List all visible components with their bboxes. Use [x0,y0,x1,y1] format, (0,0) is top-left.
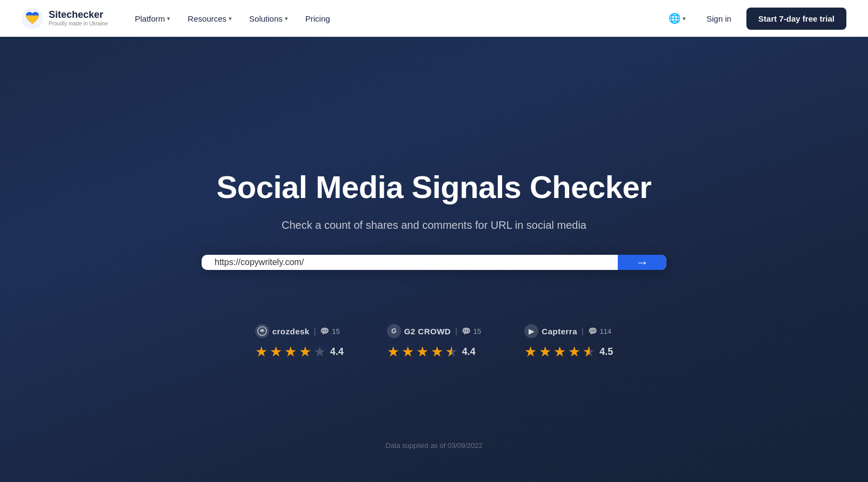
comment-icon: 💬 [588,327,597,335]
divider: | [314,327,316,335]
capterra-comment-count: 114 [600,327,612,335]
logo-tagline: Proudly made in Ukraine [49,21,108,27]
nav-links: Platform ▾ Resources ▾ Solutions ▾ Prici… [128,10,338,28]
comment-icon: 💬 [462,327,471,335]
data-supplied-note: Data supplied as of 03/09/2022 [385,441,483,450]
rating-g2crowd: G G2 CROWD | 💬 15 ★ ★ ★ ★ ★ [387,324,482,360]
crozdesk-icon [255,324,269,338]
navbar-right: 🌐 ▾ Sign in Start 7-day free trial [663,8,846,30]
g2crowd-score: 4.4 [462,346,476,358]
crozdesk-score: 4.4 [330,346,344,358]
crozdesk-logo: crozdesk [255,324,310,338]
chevron-down-icon: ▾ [285,15,288,22]
rating-header-g2crowd: G G2 CROWD | 💬 15 [387,324,482,338]
svg-point-2 [261,330,263,332]
logo[interactable]: Sitechecker Proudly made in Ukraine [22,8,108,29]
rating-capterra: ▶ Capterra | 💬 114 ★ ★ ★ ★ ★ [524,324,613,360]
url-input[interactable] [202,255,618,270]
chevron-down-icon: ▾ [229,15,232,22]
g2crowd-name: G2 CROWD [404,327,451,336]
nav-item-platform[interactable]: Platform ▾ [128,10,178,28]
capterra-stars: ★ ★ ★ ★ ★ ★ 4.5 [524,344,613,360]
hero-content: Social Media Signals Checker Check a cou… [202,169,666,361]
signin-button[interactable]: Sign in [700,10,738,28]
g2crowd-comment-badge: 💬 15 [462,327,481,335]
g2crowd-stars: ★ ★ ★ ★ ★ ★ 4.4 [387,344,476,360]
divider: | [455,327,457,335]
capterra-score: 4.5 [599,346,613,358]
hero-subtitle: Check a count of shares and comments for… [282,217,586,233]
half-star: ★ ★ [445,344,458,360]
nav-item-resources[interactable]: Resources ▾ [180,10,239,28]
rating-crozdesk: crozdesk | 💬 15 ★ ★ ★ ★ ★ 4.4 [255,324,344,360]
globe-icon: 🌐 [669,12,680,24]
search-box: → [202,255,666,270]
divider: | [582,327,584,335]
g2crowd-logo: G G2 CROWD [387,324,451,338]
search-submit-button[interactable]: → [618,255,666,270]
crozdesk-stars: ★ ★ ★ ★ ★ 4.4 [255,344,344,360]
capterra-icon: ▶ [524,324,538,338]
ratings-section: crozdesk | 💬 15 ★ ★ ★ ★ ★ 4.4 [255,324,613,360]
logo-text: Sitechecker Proudly made in Ukraine [49,10,108,27]
logo-icon [22,8,43,29]
language-selector[interactable]: 🌐 ▾ [663,9,691,28]
hero-title: Social Media Signals Checker [217,169,652,206]
navbar-left: Sitechecker Proudly made in Ukraine Plat… [22,8,338,29]
rating-header-crozdesk: crozdesk | 💬 15 [255,324,340,338]
trial-button[interactable]: Start 7-day free trial [746,8,846,30]
arrow-right-icon: → [636,255,649,270]
logo-name: Sitechecker [49,10,108,21]
chevron-down-icon: ▾ [683,15,686,22]
g2crowd-icon: G [387,324,401,338]
g2crowd-comment-count: 15 [473,327,481,335]
crozdesk-name: crozdesk [272,327,310,336]
nav-item-pricing[interactable]: Pricing [298,10,338,28]
comment-icon: 💬 [320,327,329,335]
rating-header-capterra: ▶ Capterra | 💬 114 [524,324,611,338]
capterra-name: Capterra [542,327,577,336]
chevron-down-icon: ▾ [167,15,170,22]
crozdesk-comment-count: 15 [332,327,339,335]
hero-section: Social Media Signals Checker Check a cou… [0,37,868,482]
capterra-logo: ▶ Capterra [524,324,577,338]
crozdesk-comment-badge: 💬 15 [320,327,339,335]
nav-item-solutions[interactable]: Solutions ▾ [242,10,296,28]
half-star: ★ ★ [583,344,595,360]
navbar: Sitechecker Proudly made in Ukraine Plat… [0,0,868,37]
capterra-comment-badge: 💬 114 [588,327,612,335]
